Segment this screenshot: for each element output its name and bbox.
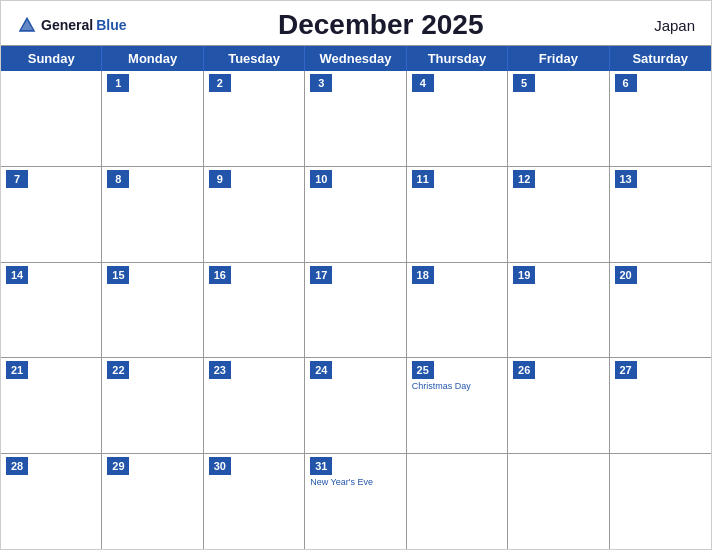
- logo-text: General Blue: [17, 15, 126, 35]
- logo-icon: [17, 15, 37, 35]
- day-cell: 1: [102, 71, 203, 166]
- day-cell: 25Christmas Day: [407, 358, 508, 453]
- day-number: 1: [107, 74, 129, 92]
- week-row-5: 28293031New Year's Eve: [1, 454, 711, 549]
- day-cell: [407, 454, 508, 549]
- day-cell: 21: [1, 358, 102, 453]
- day-number: 17: [310, 266, 332, 284]
- day-cell: 24: [305, 358, 406, 453]
- calendar-header: General Blue December 2025 Japan: [1, 1, 711, 45]
- day-cell: [610, 454, 711, 549]
- day-number: 2: [209, 74, 231, 92]
- day-cell: 6: [610, 71, 711, 166]
- day-cell: 19: [508, 263, 609, 358]
- header-monday: Monday: [102, 46, 203, 71]
- day-cell: 30: [204, 454, 305, 549]
- day-number: 30: [209, 457, 231, 475]
- header-saturday: Saturday: [610, 46, 711, 71]
- day-number: 22: [107, 361, 129, 379]
- holiday-label: Christmas Day: [412, 381, 502, 392]
- day-cell: 12: [508, 167, 609, 262]
- day-number: 31: [310, 457, 332, 475]
- day-cell: [1, 71, 102, 166]
- day-number: 14: [6, 266, 28, 284]
- day-number: 23: [209, 361, 231, 379]
- day-cell: 10: [305, 167, 406, 262]
- day-number: 19: [513, 266, 535, 284]
- day-cell: 28: [1, 454, 102, 549]
- day-cell: 14: [1, 263, 102, 358]
- week-row-2: 78910111213: [1, 167, 711, 263]
- day-cell: 16: [204, 263, 305, 358]
- day-cell: 2: [204, 71, 305, 166]
- day-cell: 23: [204, 358, 305, 453]
- day-cell: 18: [407, 263, 508, 358]
- day-number: 18: [412, 266, 434, 284]
- day-cell: 8: [102, 167, 203, 262]
- day-number: 7: [6, 170, 28, 188]
- day-cell: 17: [305, 263, 406, 358]
- month-title: December 2025: [126, 9, 635, 41]
- day-number: 29: [107, 457, 129, 475]
- day-number: 25: [412, 361, 434, 379]
- week-row-4: 2122232425Christmas Day2627: [1, 358, 711, 454]
- day-cell: 31New Year's Eve: [305, 454, 406, 549]
- day-number: 28: [6, 457, 28, 475]
- calendar-grid: Sunday Monday Tuesday Wednesday Thursday…: [1, 45, 711, 549]
- day-cell: 4: [407, 71, 508, 166]
- day-number: 5: [513, 74, 535, 92]
- day-number: 6: [615, 74, 637, 92]
- day-number: 11: [412, 170, 434, 188]
- day-number: 12: [513, 170, 535, 188]
- day-cell: 26: [508, 358, 609, 453]
- day-cell: 22: [102, 358, 203, 453]
- day-number: 13: [615, 170, 637, 188]
- day-cell: 13: [610, 167, 711, 262]
- week-row-3: 14151617181920: [1, 263, 711, 359]
- day-cell: 3: [305, 71, 406, 166]
- weeks-container: 1234567891011121314151617181920212223242…: [1, 71, 711, 549]
- day-number: 16: [209, 266, 231, 284]
- day-number: 4: [412, 74, 434, 92]
- day-cell: 5: [508, 71, 609, 166]
- day-number: 24: [310, 361, 332, 379]
- day-cell: 11: [407, 167, 508, 262]
- day-number: 8: [107, 170, 129, 188]
- holiday-label: New Year's Eve: [310, 477, 400, 488]
- country-label: Japan: [635, 17, 695, 34]
- header-wednesday: Wednesday: [305, 46, 406, 71]
- day-number: 9: [209, 170, 231, 188]
- logo-area: General Blue: [17, 15, 126, 35]
- day-cell: 7: [1, 167, 102, 262]
- header-thursday: Thursday: [407, 46, 508, 71]
- day-cell: 27: [610, 358, 711, 453]
- day-cell: 20: [610, 263, 711, 358]
- day-number: 20: [615, 266, 637, 284]
- day-headers-row: Sunday Monday Tuesday Wednesday Thursday…: [1, 46, 711, 71]
- day-number: 21: [6, 361, 28, 379]
- day-cell: [508, 454, 609, 549]
- header-friday: Friday: [508, 46, 609, 71]
- day-cell: 9: [204, 167, 305, 262]
- week-row-1: 123456: [1, 71, 711, 167]
- logo-blue: Blue: [96, 17, 126, 33]
- header-sunday: Sunday: [1, 46, 102, 71]
- day-number: 26: [513, 361, 535, 379]
- header-tuesday: Tuesday: [204, 46, 305, 71]
- day-number: 3: [310, 74, 332, 92]
- calendar: General Blue December 2025 Japan Sunday …: [0, 0, 712, 550]
- day-number: 27: [615, 361, 637, 379]
- logo-general: General: [41, 17, 93, 33]
- day-number: 10: [310, 170, 332, 188]
- day-number: 15: [107, 266, 129, 284]
- day-cell: 15: [102, 263, 203, 358]
- day-cell: 29: [102, 454, 203, 549]
